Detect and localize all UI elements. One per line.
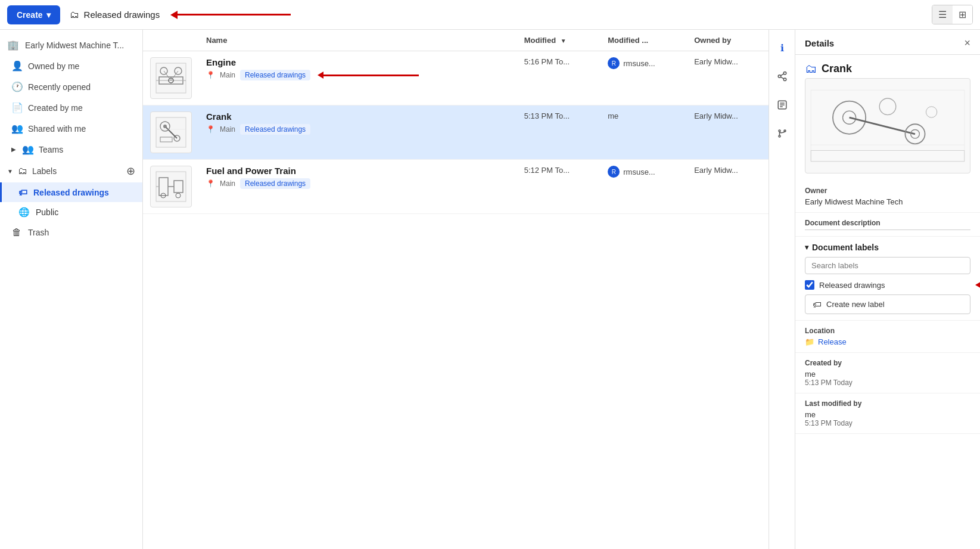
owner-label: Owner (805, 187, 970, 195)
sidebar-labels-section[interactable]: ▼ 🗂 Labels ⊕ (0, 160, 142, 182)
engine-name: Engine (206, 57, 510, 67)
sidebar-item-public[interactable]: 🌐 Public (0, 202, 142, 222)
grid-view-button[interactable]: ⊞ (953, 5, 972, 24)
owned-by-me-icon: 👤 (11, 60, 22, 72)
svg-line-26 (780, 74, 783, 76)
crank-meta: 📍 Main Released drawings (206, 124, 510, 135)
workspace-icon: 🏢 (7, 39, 19, 51)
table-row[interactable]: Engine 📍 Main Released drawings (143, 51, 769, 106)
table-row[interactable]: Crank 📍 Main Released drawings 5:13 PM T… (143, 106, 769, 160)
fuel-modified-by: R rmsuse... (608, 166, 680, 178)
branch-icon-btn[interactable] (770, 122, 794, 145)
create-button[interactable]: Create ▾ (7, 5, 60, 24)
owner-value: Early Midwest Machine Tech (805, 197, 970, 206)
crank-modified-by-cell: me (601, 106, 687, 160)
details-description-section: Document description (795, 213, 980, 237)
red-arrow-top (170, 11, 291, 19)
engine-thumbnail (150, 57, 192, 99)
fuel-label-badge[interactable]: Released drawings (240, 178, 310, 189)
details-preview-svg (805, 79, 970, 173)
sidebar-item-shared-with-me[interactable]: 👥 Shared with me (0, 118, 142, 139)
crank-name-cell: Crank 📍 Main Released drawings (199, 106, 517, 160)
last-modified-at-value: 5:13 PM Today (805, 419, 970, 427)
create-label-icon: 🏷 (813, 299, 822, 309)
svg-point-32 (779, 135, 780, 137)
search-labels-input[interactable] (805, 257, 970, 274)
table-row[interactable]: Fuel and Power Train 📍 Main Released dra… (143, 160, 769, 214)
info-icon-btn[interactable]: ℹ (770, 36, 794, 60)
trash-label: Trash (28, 228, 49, 237)
doc-description-label: Document description (805, 219, 970, 227)
document-labels-title-text: Document labels (812, 243, 879, 252)
engine-thumb-cell (143, 51, 199, 106)
labels-expand-icon: ▼ (7, 168, 13, 175)
fuel-location: Main (220, 179, 235, 188)
fuel-modified-by-cell: R rmsuse... (601, 160, 687, 214)
sidebar-item-trash[interactable]: 🗑 Trash (0, 222, 142, 243)
released-drawings-checkbox-label: Released drawings (819, 281, 885, 290)
collapse-icon[interactable]: ▾ (805, 243, 808, 252)
sidebar-item-owned-by-me[interactable]: 👤 Owned by me (0, 55, 142, 76)
engine-location: Main (220, 71, 235, 79)
notes-icon-btn[interactable] (770, 93, 794, 117)
details-close-button[interactable]: × (964, 37, 970, 49)
col-owned-by: Owned by (687, 30, 769, 51)
label-checkbox-container: Released drawings (805, 280, 970, 290)
engine-modified-by-cell: R rmsuse... (601, 51, 687, 106)
file-table: Name Modified ▼ Modified ... Owned by (143, 30, 769, 214)
sidebar-item-teams[interactable]: ▶ 👥 Teams (0, 139, 142, 160)
crank-name: Crank (206, 111, 510, 122)
details-doc-icon: 🗂 (805, 62, 817, 76)
main-layout: 🏢 Early Midwest Machine T... 👤 Owned by … (0, 30, 980, 549)
fuel-meta: 📍 Main Released drawings (206, 178, 510, 189)
details-created-section: Created by me 5:13 PM Today (795, 353, 980, 393)
app-container: Create ▾ 🗂 Released drawings ☰ ⊞ 🏢 Early… (0, 0, 980, 549)
created-by-value: me (805, 370, 970, 379)
released-drawings-label: Released drawings (33, 188, 109, 197)
details-location-section: Location 📁 Release (795, 321, 980, 353)
list-view-button[interactable]: ☰ (932, 5, 953, 24)
create-label-text: Create new label (826, 300, 885, 309)
recently-opened-label: Recently opened (28, 82, 91, 92)
owned-by-me-label: Owned by me (28, 61, 79, 71)
table-body: Engine 📍 Main Released drawings (143, 51, 769, 214)
labels-row-left: ▼ 🗂 Labels (7, 166, 57, 176)
released-drawings-checkbox[interactable] (805, 280, 814, 290)
engine-label-badge[interactable]: Released drawings (240, 70, 310, 80)
labels-label: Labels (32, 166, 57, 176)
crank-owned-by: Early Midw... (687, 106, 769, 160)
red-arrow-checkbox (975, 281, 980, 289)
modified-label: Modified (524, 36, 556, 45)
crank-label-badge[interactable]: Released drawings (240, 124, 310, 135)
crank-location-icon: 📍 (206, 125, 215, 134)
details-panel: Details × 🗂 Crank (795, 30, 980, 549)
crank-thumb-svg (153, 114, 189, 150)
released-drawings-checkbox-row: Released drawings (805, 280, 970, 290)
sidebar-item-recently-opened[interactable]: 🕐 Recently opened (0, 76, 142, 97)
top-bar: Create ▾ 🗂 Released drawings ☰ ⊞ (0, 0, 980, 30)
crank-modified-by: me (608, 111, 680, 120)
engine-owned-by: Early Midw... (687, 51, 769, 106)
svg-point-14 (163, 125, 167, 128)
sidebar: 🏢 Early Midwest Machine T... 👤 Owned by … (0, 30, 143, 549)
col-name[interactable]: Name (199, 30, 517, 51)
engine-avatar: R (608, 57, 620, 69)
col-thumb (143, 30, 199, 51)
sidebar-item-created-by-me[interactable]: 📄 Created by me (0, 97, 142, 118)
crank-modified: 5:13 PM To... (517, 106, 601, 160)
create-new-label-button[interactable]: 🏷 Create new label (805, 294, 970, 314)
sidebar-item-released-drawings[interactable]: 🏷 Released drawings (0, 182, 142, 202)
teams-icon: 👥 (22, 144, 33, 155)
fuel-modified-by-text: rmsuse... (623, 168, 655, 176)
location-link[interactable]: 📁 Release (805, 337, 970, 346)
col-modified[interactable]: Modified ▼ (517, 30, 601, 51)
sidebar-workspace[interactable]: 🏢 Early Midwest Machine T... (0, 35, 142, 55)
details-labels-section: ▾ Document labels Released drawings (795, 237, 980, 321)
engine-meta: 📍 Main Released drawings (206, 70, 510, 80)
view-toggle: ☰ ⊞ (932, 5, 973, 24)
share-icon-btn[interactable] (770, 64, 794, 88)
add-label-button[interactable]: ⊕ (126, 165, 135, 178)
created-by-label: Created by (805, 359, 970, 367)
shared-with-me-label: Shared with me (28, 124, 86, 134)
svg-point-23 (778, 75, 781, 78)
